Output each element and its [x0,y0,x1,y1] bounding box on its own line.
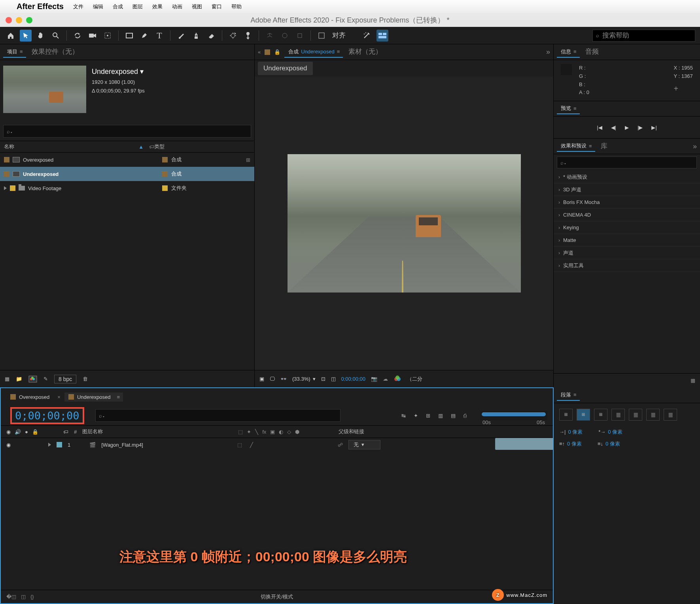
pen-tool[interactable] [138,30,150,42]
work-area-bar[interactable]: 00s 05s [480,411,547,420]
hand-tool[interactable] [35,30,47,42]
justify-right-button[interactable]: ≣ [646,409,660,421]
menu-file[interactable]: 文件 [73,3,83,10]
new-bin-icon[interactable]: ▦ [691,378,695,383]
timeline-search[interactable]: ⌕▾ [95,409,341,422]
justify-center-button[interactable]: ≣ [629,409,642,421]
sort-icon[interactable]: ▲ [138,144,144,150]
graph-editor-icon[interactable]: ▤ [451,413,456,419]
col-parent[interactable]: 父级和链接 [339,428,364,435]
bpc-button[interactable]: 8 bpc [54,375,76,383]
display-icon[interactable]: ▣ [259,376,264,382]
toggle-icon-2[interactable]: ◫ [21,594,26,600]
new-folder-icon[interactable]: 📁 [16,376,22,382]
tab-paragraph[interactable]: 段落≡ [557,390,580,401]
text-tool[interactable]: T [153,30,165,42]
menu-effect[interactable]: 效果 [152,3,163,10]
preset-3d-channel[interactable]: ›3D 声道 [554,183,700,196]
align-right-button[interactable]: ≡ [594,409,607,421]
preset-channel[interactable]: ›声道 [554,247,700,259]
close-tab-icon[interactable]: × [57,394,61,400]
col-layer-name[interactable]: 图层名称 [82,428,233,435]
tag-icon[interactable]: 🏷 [149,144,154,150]
pen-icon[interactable]: ✎ [44,376,48,382]
puppet-pin-tool[interactable] [242,30,254,42]
audio-toggle-icon[interactable]: 🔊 [15,429,21,435]
toggle-icon-3[interactable]: {} [30,594,34,600]
app-name[interactable]: After Effects [17,2,64,11]
new-comp-icon[interactable] [28,376,37,383]
last-frame-button[interactable]: ▶| [651,125,656,130]
lock-toggle-icon[interactable]: 🔒 [32,429,38,435]
video-toggle-icon[interactable]: ◉ [6,429,11,435]
menu-animation[interactable]: 动画 [172,3,182,10]
layer-name[interactable]: [Wagon_Flat.mp4] [101,442,232,448]
play-button[interactable]: ▶ [625,125,629,130]
project-search[interactable]: ⌕▾ [3,125,251,138]
tab-preview[interactable]: 预览≡ [557,103,580,114]
brainstorm-icon[interactable]: ⎙ [464,413,467,419]
tab-composition[interactable]: 合成 Underexposed ≡ [284,47,343,58]
zoom-dropdown[interactable]: (33.3%)▾ [292,376,316,382]
wand-icon[interactable] [361,30,373,42]
eraser-tool[interactable] [205,30,217,42]
justify-left-button[interactable]: ≣ [611,409,625,421]
pan-behind-tool[interactable] [102,30,114,42]
monitor-icon[interactable]: 🖵 [270,376,275,382]
interpret-icon[interactable]: ▦ [5,376,9,382]
align-left-button[interactable]: ≡ [559,409,573,421]
preset-keying[interactable]: ›Keying [554,221,700,234]
clone-stamp-tool[interactable] [190,30,202,42]
menu-help[interactable]: 帮助 [231,3,242,10]
chevron-right-icon[interactable]: » [693,142,697,151]
next-frame-button[interactable]: |▶ [638,125,643,130]
help-search[interactable]: ⌕ 搜索帮助 [592,30,695,42]
toggle-icon[interactable]: �◫ [6,594,16,600]
col-name[interactable]: 名称 [4,143,14,150]
resolution-icon[interactable]: ⊡ [321,376,325,382]
solo-toggle-icon[interactable]: ● [25,429,28,435]
3d-tool-2[interactable] [279,30,291,42]
snapshot-icon[interactable]: 📷 [371,376,377,382]
comp-name[interactable]: Underexposed ▾ [92,66,145,78]
expand-layer-icon[interactable] [48,443,51,447]
menu-composition[interactable]: 合成 [113,3,123,10]
chevron-left-icon[interactable]: « [258,49,261,55]
trash-icon[interactable]: 🗑 [83,376,88,382]
justify-all-button[interactable]: ≣ [664,409,677,421]
workspace-icon[interactable] [376,30,388,42]
current-timecode[interactable]: 0;00;00;00 [10,407,84,424]
menu-edit[interactable]: 编辑 [93,3,103,10]
tab-effects-presets[interactable]: 效果和预设≡ [557,141,595,152]
pickwhip-icon[interactable]: ☍ [338,442,343,448]
3d-tool-1[interactable] [264,30,276,42]
visibility-icon[interactable]: ◉ [6,442,13,448]
color-mgmt-icon[interactable] [394,375,401,383]
brush-tool[interactable] [175,30,187,42]
chevron-right-icon[interactable]: » [546,48,550,56]
panel-menu-icon[interactable]: ≡ [20,49,22,55]
project-item-video-footage[interactable]: Video Footage 文件夹 [0,181,254,195]
minimize-window-button[interactable] [16,17,22,23]
indent-left[interactable]: →|0 像素 [559,428,583,436]
tab-footage[interactable]: 素材（无） [344,45,386,59]
comp-subtab[interactable]: Underexposed [258,62,313,75]
camera-tool[interactable] [87,30,98,42]
mask-icon[interactable]: 👓 [280,376,287,382]
timeline-tab-underexposed[interactable]: Underexposed≡ [64,393,123,402]
orbit-tool[interactable] [72,30,83,42]
expand-icon[interactable] [4,186,7,190]
region-icon[interactable]: ◫ [331,376,336,382]
switch-icon[interactable]: ⬚ [238,429,243,435]
tab-effect-controls[interactable]: 效果控件（无） [28,45,83,59]
project-item-underexposed[interactable]: Underexposed 合成 [0,167,254,181]
project-item-overexposed[interactable]: Overexposed 合成 ⊞ [0,153,254,167]
channel-icon[interactable]: ☁ [383,376,388,382]
indent-first[interactable]: *→0 像素 [598,428,622,436]
effects-search[interactable]: ⌕▾ [557,157,697,168]
home-button[interactable] [5,30,17,42]
selection-tool[interactable] [20,30,32,42]
preset-utility[interactable]: ›实用工具 [554,259,700,272]
timeline-tab-overexposed[interactable]: Overexposed [6,393,53,402]
menu-layer[interactable]: 图层 [132,3,143,10]
